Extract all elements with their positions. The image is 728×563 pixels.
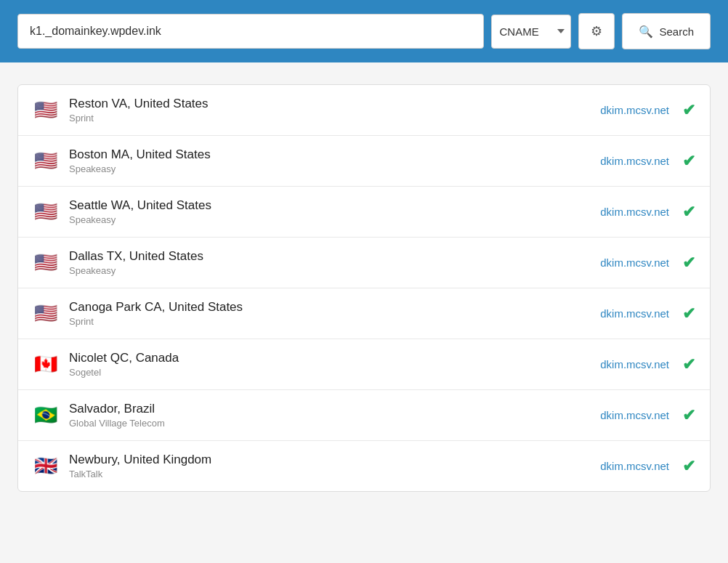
search-button-label: Search — [659, 25, 694, 38]
isp-name: Sprint — [69, 113, 600, 123]
status-check-icon: ✔ — [682, 355, 695, 374]
dns-value: dkim.mcsv.net — [600, 460, 669, 472]
isp-name: Sprint — [69, 316, 600, 327]
status-check-icon: ✔ — [682, 304, 695, 323]
dns-value: dkim.mcsv.net — [600, 409, 669, 421]
flag-icon: 🇺🇸 — [33, 201, 59, 223]
location-name: Dallas TX, United States — [69, 249, 600, 264]
search-icon: 🔍 — [639, 25, 653, 39]
dns-value: dkim.mcsv.net — [600, 206, 669, 218]
gear-icon: ⚙ — [591, 23, 602, 39]
flag-icon: 🇺🇸 — [33, 150, 59, 172]
flag-icon: 🇨🇦 — [33, 353, 59, 376]
isp-name: TalkTalk — [69, 469, 600, 479]
location-name: Boston MA, United States — [69, 147, 600, 162]
location-info: Canoga Park CA, United States Sprint — [69, 300, 600, 327]
table-row: 🇺🇸 Seattle WA, United States Speakeasy d… — [18, 187, 710, 238]
location-name: Canoga Park CA, United States — [69, 300, 600, 315]
dns-value: dkim.mcsv.net — [600, 104, 669, 116]
location-name: Seattle WA, United States — [69, 198, 600, 213]
location-info: Newbury, United Kingdom TalkTalk — [69, 453, 600, 479]
table-row: 🇺🇸 Boston MA, United States Speakeasy dk… — [18, 136, 710, 187]
flag-icon: 🇺🇸 — [33, 251, 59, 274]
location-name: Newbury, United Kingdom — [69, 453, 600, 467]
location-info: Dallas TX, United States Speakeasy — [69, 249, 600, 276]
status-check-icon: ✔ — [682, 457, 695, 476]
location-info: Salvador, Brazil Global Village Telecom — [69, 402, 600, 429]
table-row: 🇬🇧 Newbury, United Kingdom TalkTalk dkim… — [18, 441, 710, 491]
dns-value: dkim.mcsv.net — [600, 307, 669, 320]
isp-name: Sogetel — [69, 367, 600, 378]
status-check-icon: ✔ — [682, 254, 695, 272]
table-row: 🇨🇦 Nicolet QC, Canada Sogetel dkim.mcsv.… — [18, 339, 710, 390]
location-name: Nicolet QC, Canada — [69, 351, 600, 365]
status-check-icon: ✔ — [682, 203, 695, 222]
table-row: 🇺🇸 Reston VA, United States Sprint dkim.… — [18, 85, 710, 136]
isp-name: Speakeasy — [69, 265, 600, 276]
location-info: Nicolet QC, Canada Sogetel — [69, 351, 600, 378]
flag-icon: 🇺🇸 — [33, 302, 59, 325]
isp-name: Global Village Telecom — [69, 418, 600, 429]
location-info: Boston MA, United States Speakeasy — [69, 147, 600, 174]
dns-value: dkim.mcsv.net — [600, 256, 669, 269]
settings-button[interactable]: ⚙ — [578, 13, 615, 49]
record-type-select[interactable]: CNAME — [491, 15, 571, 49]
status-check-icon: ✔ — [682, 101, 695, 120]
status-check-icon: ✔ — [682, 406, 695, 425]
location-info: Seattle WA, United States Speakeasy — [69, 198, 600, 225]
flag-icon: 🇧🇷 — [33, 404, 59, 426]
location-name: Salvador, Brazil — [69, 402, 600, 416]
header-bar: CNAME ⚙ 🔍 Search — [0, 0, 728, 62]
table-row: 🇺🇸 Canoga Park CA, United States Sprint … — [18, 288, 710, 339]
flag-icon: 🇬🇧 — [33, 455, 59, 477]
results-container: 🇺🇸 Reston VA, United States Sprint dkim.… — [17, 84, 711, 492]
flag-icon: 🇺🇸 — [33, 99, 59, 121]
dns-value: dkim.mcsv.net — [600, 155, 669, 167]
status-check-icon: ✔ — [682, 152, 695, 171]
table-row: 🇺🇸 Dallas TX, United States Speakeasy dk… — [18, 238, 710, 288]
table-row: 🇧🇷 Salvador, Brazil Global Village Telec… — [18, 390, 710, 441]
isp-name: Speakeasy — [69, 214, 600, 225]
domain-input[interactable] — [17, 14, 484, 49]
location-name: Reston VA, United States — [69, 97, 600, 111]
isp-name: Speakeasy — [69, 163, 600, 174]
dns-value: dkim.mcsv.net — [600, 358, 669, 370]
search-button[interactable]: 🔍 Search — [622, 13, 711, 49]
location-info: Reston VA, United States Sprint — [69, 97, 600, 123]
